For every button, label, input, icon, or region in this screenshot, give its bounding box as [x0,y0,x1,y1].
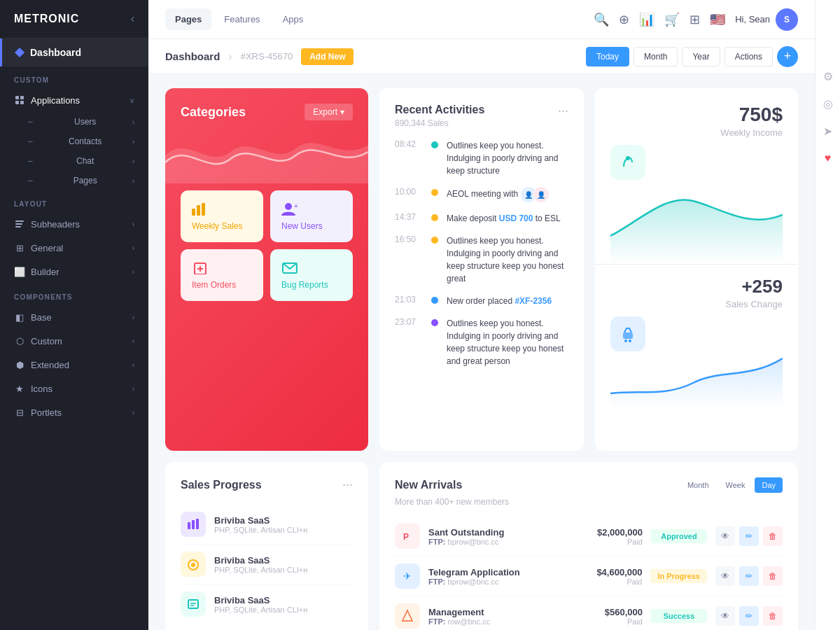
user-avatar[interactable]: S [776,8,798,31]
general-icon: ⊞ [14,242,25,253]
arrival-icon: ✈ [395,564,420,589]
arrival-ftp: FTP: bprow@bnc.cc [428,578,570,586]
top-nav-tabs: Pages Features Apps [165,8,313,30]
sales-item-name: Briviba SaaS [214,555,353,566]
edit-btn[interactable]: ✏ [739,566,759,586]
filter-today-btn[interactable]: Today [586,47,629,66]
income-change-label: Sales Change [610,299,783,309]
actions-btn[interactable]: Actions [724,47,773,66]
chevron-right-icon: › [132,409,134,416]
edit-btn[interactable]: ✏ [739,526,759,546]
recent-more-btn[interactable]: ··· [558,104,568,118]
top-nav-right: 🔍 ⊕ 📊 🛒 ⊞ 🇺🇸 Hi, Sean S [594,8,798,31]
sales-change-chart [610,351,783,435]
tab-week[interactable]: Week [719,477,752,493]
sidebar-collapse-btn[interactable]: ‹ [131,13,134,25]
income-change: +259 [610,276,783,298]
sub-card-new-users[interactable]: + New Users [270,190,353,242]
arrival-paid: Paid [580,538,643,546]
right-icon-arrow[interactable]: ➤ [823,125,832,138]
deposit-link[interactable]: USD 700 [499,214,533,223]
subheaders-icon [14,218,25,230]
sidebar-item-icons[interactable]: ★ Icons › [0,377,148,400]
arrival-row: P Sant Outstanding FTP: bprow@bnc.cc $2,… [395,517,783,556]
sales-item-info: Briviba SaaS PHP, SQLite, Artisan CLI+н [214,515,353,534]
delete-btn[interactable]: 🗑 [763,606,783,626]
tab-features[interactable]: Features [214,8,270,30]
activity-time: 23:07 [395,317,423,327]
extended-icon: ⬢ [14,359,25,370]
svg-text:✈: ✈ [403,570,412,582]
arrival-icon [395,603,420,629]
add-circle-button[interactable]: + [777,46,798,67]
section-label-components: COMPONENTS [0,284,148,305]
edit-btn[interactable]: ✏ [739,606,759,626]
arrival-info: Management FTP: row@bnc.cc [428,607,571,626]
sub-card-item-orders[interactable]: Item Orders [181,249,263,301]
filter-month-btn[interactable]: Month [634,47,678,66]
cart-icon-btn[interactable]: 🛒 [664,12,680,27]
sidebar-item-base[interactable]: ◧ Base › [0,305,148,329]
user-section: Hi, Sean S [735,8,798,31]
sidebar-item-general[interactable]: ⊞ General › [0,236,148,260]
sidebar-item-extended[interactable]: ⬢ Extended › [0,353,148,377]
svg-rect-12 [623,332,633,339]
tab-apps[interactable]: Apps [273,8,314,30]
right-icon-gear[interactable]: ◎ [823,97,833,111]
tab-month[interactable]: Month [680,477,716,493]
top-nav: Pages Features Apps 🔍 ⊕ 📊 🛒 ⊞ 🇺🇸 Hi, Sea… [148,0,815,39]
saas-icon-3 [181,592,206,617]
order-link[interactable]: #XF-2356 [514,296,552,306]
view-btn[interactable]: 👁 [715,566,735,586]
portlets-icon: ⊟ [14,407,25,418]
sidebar-item-users[interactable]: – Users › [0,112,148,132]
arrival-paid: Paid [580,617,643,626]
chart-icon-btn[interactable]: 📊 [639,12,654,27]
income-chart [610,180,783,264]
filter-year-btn[interactable]: Year [682,47,720,66]
arrival-actions: 👁 ✏ 🗑 [715,606,783,626]
right-icon-settings[interactable]: ⚙ [823,70,833,83]
right-sidebar: ⚙ ◎ ➤ ♥ [815,0,840,630]
grid-icon-btn[interactable]: ⊞ [690,12,700,27]
sidebar-item-applications[interactable]: Applications ∨ [0,88,148,112]
activity-time: 16:50 [395,234,423,244]
sidebar-item-contacts[interactable]: – Contacts › [0,132,148,151]
sub-card-weekly-sales[interactable]: Weekly Sales [181,190,263,242]
view-btn[interactable]: 👁 [715,606,735,626]
sidebar-item-dashboard[interactable]: Dashboard [0,38,148,66]
tab-day[interactable]: Day [755,477,783,493]
delete-btn[interactable]: 🗑 [763,526,783,546]
bug-reports-label: Bug Reports [281,280,328,290]
subheader-left: Dashboard › #XRS-45670 Add New [165,48,354,65]
delete-btn[interactable]: 🗑 [763,566,783,586]
add-new-button[interactable]: Add New [301,48,354,65]
arrival-amount-col: $4,600,000 Paid [579,567,642,586]
sales-item-sub: PHP, SQLite, Artisan CLI+н [214,606,353,614]
sidebar-item-pages[interactable]: – Pages › [0,171,148,190]
chevron-right-icon: › [132,314,134,321]
sidebar-item-custom[interactable]: ⬡ Custom › [0,329,148,353]
export-button[interactable]: Export ▾ [304,104,353,120]
right-icon-bell[interactable]: ♥ [825,152,832,164]
activity-text: Outlines keep you honest. Indulging in p… [447,317,568,368]
sidebar-item-builder[interactable]: ⬜ Builder › [0,260,148,284]
chevron-right-icon: › [132,220,134,228]
section-label-custom: CUSTOM [0,66,148,88]
sales-item: Briviba SaaS PHP, SQLite, Artisan CLI+н [181,545,353,584]
sidebar-item-portlets[interactable]: ⊟ Portlets › [0,400,148,424]
search-icon-btn[interactable]: 🔍 [594,12,609,27]
network-icon-btn[interactable]: ⊕ [619,12,629,27]
arrival-amount-col: $560,000 Paid [580,607,643,626]
view-btn[interactable]: 👁 [715,526,735,546]
base-icon: ◧ [14,312,25,323]
sales-more-btn[interactable]: ··· [342,477,353,492]
recent-title: Recent Activities [395,104,484,116]
sidebar-item-subheaders[interactable]: Subheaders › [0,212,148,236]
subheader-right: Today Month Year Actions + [586,46,798,67]
sub-card-bug-reports[interactable]: Bug Reports [270,249,353,301]
tab-pages[interactable]: Pages [165,8,211,30]
sidebar-item-chat[interactable]: – Chat › [0,151,148,171]
arrival-ftp: FTP: bprow@bnc.cc [428,538,571,546]
arrivals-tabs: Month Week Day [680,477,783,493]
